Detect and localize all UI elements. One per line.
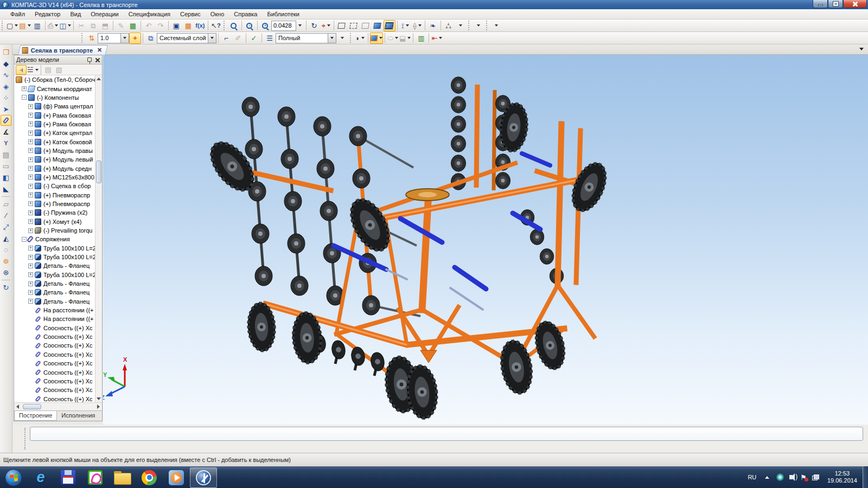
construction-geometry-button[interactable]: ◧ xyxy=(1,172,11,183)
scroll-left-icon[interactable] xyxy=(16,404,19,409)
zoom-in-button[interactable]: + xyxy=(259,20,271,31)
expander-icon[interactable]: + xyxy=(28,255,33,260)
distributor-plate[interactable] xyxy=(406,189,449,201)
tree-item[interactable]: +Деталь - Фланец xyxy=(14,288,102,297)
tree-item-mate[interactable]: Соосность ((+) Хс xyxy=(14,394,102,402)
volume-icon[interactable] xyxy=(789,475,795,479)
check-document-button[interactable]: ✓ xyxy=(248,33,260,44)
tree-item-mate[interactable]: Соосность ((+) Хс xyxy=(14,386,102,394)
toolbar-grip[interactable] xyxy=(224,21,226,30)
display-shaded-edges-button[interactable] xyxy=(384,20,395,31)
layers-button[interactable]: ⧉ xyxy=(145,33,157,44)
tree-item[interactable]: +(+) Пневмораспр xyxy=(14,200,102,208)
aux-plane-button[interactable]: ▱ xyxy=(1,198,11,209)
expander-icon[interactable]: + xyxy=(28,121,33,126)
paste-button[interactable]: ⬒ xyxy=(99,20,111,31)
toolbar-overflow-3[interactable] xyxy=(490,20,502,31)
expander-icon[interactable]: + xyxy=(28,264,33,268)
tree-structure-button[interactable]: ⫞ xyxy=(16,65,27,75)
close-button[interactable] xyxy=(843,0,867,8)
edit-part-button[interactable]: ❒ xyxy=(1,47,11,57)
spatial-curves-button[interactable]: ∿ xyxy=(1,69,11,80)
scrollbar-thumb[interactable] xyxy=(96,160,101,183)
minimize-button[interactable] xyxy=(813,0,828,8)
tree-item[interactable]: +Деталь - Фланец xyxy=(14,261,102,270)
expander-icon[interactable]: + xyxy=(28,184,33,189)
language-indicator[interactable]: RU xyxy=(743,474,761,480)
simplify-display-dropdown[interactable]: ⬓ xyxy=(399,33,411,44)
tray-app-icon[interactable] xyxy=(776,473,784,481)
taskbar-photo-app[interactable] xyxy=(81,467,108,488)
viewport-3d[interactable]: X Y Z xyxy=(103,55,868,425)
specification-window-button[interactable]: ▣ xyxy=(170,20,182,31)
spreadsheet-button[interactable]: ▦ xyxy=(127,20,139,31)
expander-icon[interactable]: + xyxy=(28,157,33,162)
quick-display-dropdown[interactable] xyxy=(370,33,383,44)
tree-item-mate[interactable]: Соосность ((+) Хс xyxy=(14,341,102,350)
network-icon[interactable] xyxy=(812,474,819,480)
taskbar-kompas[interactable] xyxy=(190,467,217,488)
expander-icon[interactable]: + xyxy=(28,299,33,304)
toolbar-grip[interactable] xyxy=(2,21,4,30)
section-display-dropdown[interactable]: ◗ xyxy=(354,33,366,44)
tree-item[interactable]: +(+) Рама боковая xyxy=(14,111,102,119)
copy-properties-button[interactable]: ✎ xyxy=(115,20,127,31)
tree-item[interactable]: +Труба 100x100 L=2 xyxy=(14,253,102,261)
print-preview-button[interactable]: ◫ xyxy=(59,20,72,31)
redo-button[interactable]: ↷ xyxy=(155,20,167,31)
mates-button[interactable] xyxy=(1,115,11,126)
menu-help[interactable]: Справка xyxy=(229,10,262,18)
tree-item[interactable]: +Системы координат xyxy=(14,84,102,93)
expander-icon[interactable]: + xyxy=(28,228,33,233)
dimensions-3d-button[interactable]: ▥ xyxy=(415,33,427,44)
scrollbar-thumb[interactable] xyxy=(23,404,41,409)
taskbar-clock[interactable]: 12:53 19.06.2014 xyxy=(822,470,863,484)
tree-item[interactable]: +(+) МС125x63x800 xyxy=(14,173,102,182)
taskbar-internet-explorer[interactable]: e xyxy=(27,467,54,488)
fx-button[interactable]: f(x) xyxy=(194,20,206,31)
tree-display-options-dropdown[interactable]: ☱ xyxy=(27,65,39,75)
tree-item[interactable]: +(+) Пневмораспр xyxy=(14,190,102,199)
local-csys-button[interactable]: ⌐ xyxy=(220,33,232,44)
tree-vertical-scrollbar[interactable] xyxy=(95,75,102,402)
hidden-icons-arrow[interactable] xyxy=(765,476,769,479)
toolbar-grip[interactable] xyxy=(350,33,353,43)
tree-item-mate[interactable]: Соосность ((+) Хс xyxy=(14,359,102,368)
display-shaded-button[interactable] xyxy=(372,20,384,31)
tab-build[interactable]: Построение xyxy=(14,411,57,421)
tree-item[interactable]: +Деталь - Фланец xyxy=(14,297,102,306)
toolbar-overflow-1[interactable] xyxy=(455,20,467,31)
new-document-button[interactable]: ▢ xyxy=(6,20,18,31)
tree-item-mate[interactable]: Соосность ((+) Хс xyxy=(14,377,102,386)
toolbar-grip[interactable] xyxy=(486,21,489,30)
toolbar-grip[interactable] xyxy=(81,33,84,43)
tree-item[interactable]: +(+) Модуль правы xyxy=(14,146,102,155)
expander-icon[interactable]: + xyxy=(28,219,33,224)
measure-3d-button[interactable]: ∡ xyxy=(1,126,11,137)
tree-item[interactable]: +(+) Каток централ xyxy=(14,129,102,137)
tree-item[interactable]: +Труба 100x100 L=2 xyxy=(14,244,102,253)
rebuild-states-button[interactable]: ☰ xyxy=(264,33,276,44)
tree-item-mates-group[interactable]: -Сопряжения xyxy=(14,235,102,243)
scroll-up-icon[interactable] xyxy=(97,78,101,80)
tree-item[interactable]: +(+) Хомут (x4) xyxy=(14,217,102,226)
tree-item-mate[interactable]: На расстоянии ((+ xyxy=(14,314,102,323)
tree-item[interactable]: +(+) Модуль левый xyxy=(14,155,102,164)
aux-axis-button[interactable]: ∕ xyxy=(1,210,11,221)
tree-item-mate[interactable]: Соосность ((+) Хс xyxy=(14,350,102,359)
add-component-button[interactable]: ◆ xyxy=(1,58,11,69)
tree-item-mate[interactable]: Соосность ((+) Хс xyxy=(14,324,102,332)
display-hidden-thin-button[interactable] xyxy=(360,20,372,31)
menu-libraries[interactable]: Библиотеки xyxy=(262,10,304,18)
move-component-button[interactable]: ➤ xyxy=(1,104,11,114)
scale-input[interactable] xyxy=(271,21,296,31)
cone-feature-button[interactable]: ◭ xyxy=(1,233,11,243)
hide-objects-dropdown[interactable]: ⟟ xyxy=(399,20,411,31)
save-button[interactable]: ▥ xyxy=(31,20,43,31)
tree-item[interactable]: +(+) Модуль средн xyxy=(14,164,102,172)
expander-icon[interactable]: + xyxy=(28,139,33,144)
copy-button[interactable]: ⧉ xyxy=(87,20,99,31)
scale-dropdown[interactable] xyxy=(296,20,304,31)
toolbar-overflow-4[interactable] xyxy=(336,33,348,44)
rotate-view-button[interactable]: ↻ xyxy=(1,282,11,293)
